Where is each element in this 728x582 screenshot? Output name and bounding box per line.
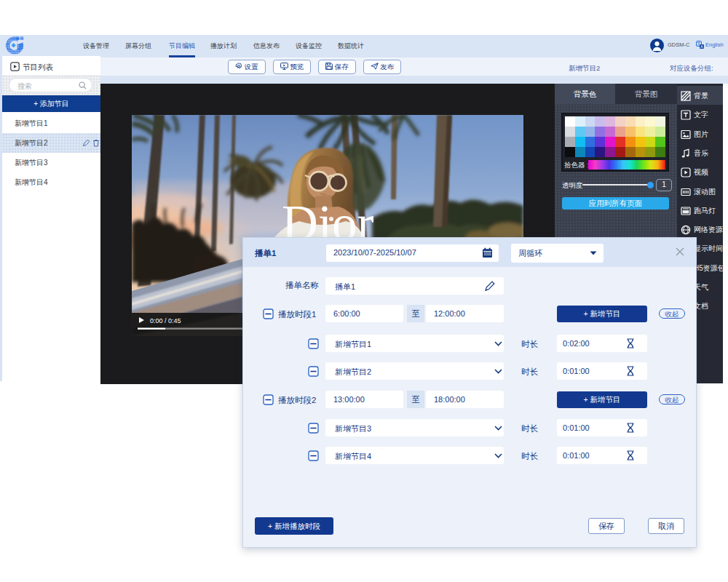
svg-text:0:00 / 0:45: 0:00 / 0:45 (150, 317, 181, 324)
